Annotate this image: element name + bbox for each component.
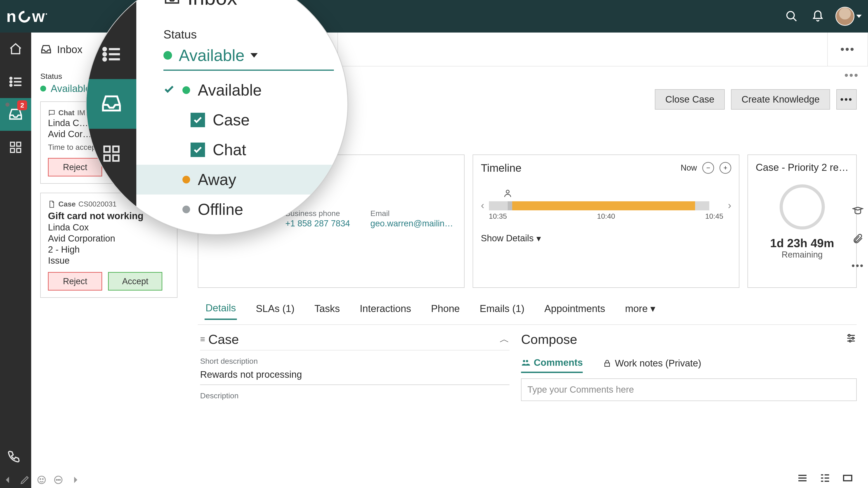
drag-handle-icon[interactable]: ≡ [200,334,204,344]
nav-apps[interactable] [0,131,31,164]
channel-option-case[interactable]: Case [163,105,334,135]
nav-inbox[interactable]: 2 [0,98,31,131]
nav-home[interactable] [0,33,31,65]
contact-label: Business phone [285,209,350,218]
close-case-button[interactable]: Close Case [655,89,725,109]
compose-tab-worknotes[interactable]: Work notes (Private) [603,357,701,373]
compose-section: Compose Comments Work notes (Private) [521,325,857,433]
compose-tab-comments[interactable]: Comments [521,357,583,373]
tab-emails[interactable]: Emails (1) [479,301,525,319]
bell-icon[interactable] [807,5,829,27]
pencil-icon[interactable] [18,473,32,487]
status-option-available[interactable]: Available [163,75,334,105]
user-avatar[interactable] [835,7,855,26]
accept-button[interactable]: Accept [108,272,162,291]
status-dot-icon [40,86,46,92]
svg-line-1 [794,18,796,21]
view-list-icon[interactable] [796,473,809,484]
zoom-status-label: Status [163,28,334,41]
tab-interactions[interactable]: Interactions [359,301,412,319]
smiley-icon[interactable] [35,473,49,487]
short-description-input[interactable]: Rewards not processing [200,367,509,385]
lock-icon [603,359,611,367]
status-dot-icon [182,205,190,213]
svg-point-0 [787,11,794,19]
activity-view-switch [796,473,855,484]
reject-button[interactable]: Reject [48,158,102,176]
inbox-badge: 2 [17,100,27,110]
compose-input[interactable]: Type your Comments here [521,379,857,401]
chevron-right-icon[interactable]: › [728,199,731,211]
svg-point-6 [10,84,12,86]
check-icon [163,84,175,97]
left-nav: 2 [0,33,31,488]
tab-more[interactable]: more▾ [624,300,656,319]
chevron-left-icon[interactable]: ‹ [481,199,484,211]
dock-more-icon[interactable]: ••• [851,259,865,272]
contact-business: Business phone +1 858 287 7834 [285,209,350,228]
detail-tabs: Details SLAs (1) Tasks Interactions Phon… [198,300,857,320]
user-menu-caret-icon[interactable] [856,15,862,18]
contact-link[interactable]: +1 858 287 7834 [285,219,350,228]
chat-icon [48,109,56,117]
status-value: Available [51,83,91,94]
create-knowledge-button[interactable]: Create Knowledge [731,89,830,109]
svg-rect-10 [11,149,15,153]
svg-rect-49 [113,155,119,161]
status-dot-icon [182,86,190,94]
checkbox-checked-icon [191,142,205,157]
attachment-icon[interactable] [851,232,865,246]
svg-point-21 [526,360,528,362]
view-card-icon[interactable] [841,473,855,484]
more-circle-icon[interactable] [52,473,65,487]
settings-icon[interactable] [845,332,857,346]
arrow-right-icon[interactable] [68,473,82,487]
zoom-status-dropdown[interactable]: Available [163,46,334,71]
tab-slas[interactable]: SLAs (1) [255,301,296,319]
caret-down-icon [250,53,258,58]
tab-tasks[interactable]: Tasks [313,301,341,319]
svg-point-35 [42,479,43,480]
status-dot-icon [182,176,190,184]
people-icon [521,358,530,367]
nav-list[interactable] [0,65,31,98]
channel-option-chat[interactable]: Chat [163,135,334,165]
timeline-track[interactable]: 10:35 10:40 10:45 [489,190,723,221]
knowledge-icon[interactable] [851,205,865,218]
svg-point-39 [60,480,61,480]
search-icon[interactable] [781,5,802,27]
option-label: Chat [213,141,246,159]
contact-link[interactable]: geo.warren@mailin… [370,219,453,228]
card-category: Issue [48,256,170,266]
zoom-out-icon[interactable]: − [702,162,714,174]
contact-label: Email [370,209,453,218]
user-marker-icon [503,189,512,198]
svg-point-13 [506,190,509,193]
chevron-up-icon[interactable]: ︿ [500,332,509,346]
tab-details[interactable]: Details [205,300,237,320]
svg-point-38 [58,480,59,480]
zoom-status-value: Available [179,46,245,65]
status-option-away[interactable]: Away [136,165,347,195]
show-details-toggle[interactable]: Show Details ▾ [481,233,731,243]
tab-phone[interactable]: Phone [430,301,461,319]
svg-rect-22 [605,363,610,366]
app-logo: nw. [6,7,48,26]
reject-button[interactable]: Reject [48,272,102,291]
inbox-title: Inbox [57,43,83,56]
case-more-button[interactable]: ••• [836,89,857,109]
tab-overflow[interactable]: ••• [827,33,868,66]
phone-icon[interactable] [7,450,21,465]
zoom-in-icon[interactable]: + [719,162,731,174]
arrow-left-icon[interactable] [1,473,15,487]
tab-appointments[interactable]: Appointments [544,301,606,319]
timeline-title: Timeline [481,162,522,174]
svg-rect-32 [844,475,852,481]
content-more-icon[interactable]: ••• [844,69,859,82]
right-dock: ••• [848,205,868,272]
view-timeline-icon[interactable] [818,473,832,484]
option-label: Away [198,170,236,189]
contact-email: Email geo.warren@mailin… [370,209,453,228]
timeline-now: Now [681,163,697,173]
sla-ring-icon [780,184,825,230]
